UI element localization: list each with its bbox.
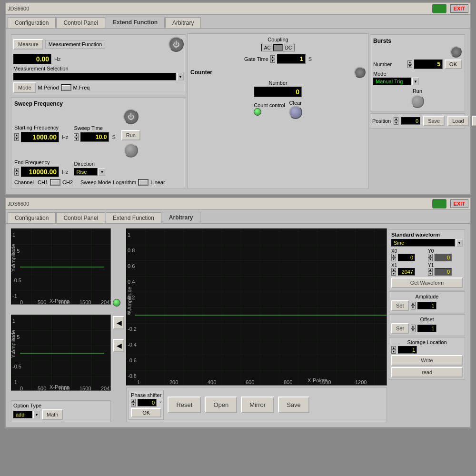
app-title-lower: JDS6600: [8, 201, 29, 207]
bursts-power-button[interactable]: [450, 46, 462, 58]
clear-button-counter[interactable]: [289, 106, 302, 119]
bursts-mode-arrow[interactable]: ▼: [412, 78, 419, 85]
position-clear-button[interactable]: Clear: [472, 116, 476, 126]
arbitrary-content: 1 0.5 0 -0.5 -1 0 500 1000 1500 2047 Y-A…: [6, 223, 470, 427]
mode-button[interactable]: Mode: [13, 82, 36, 93]
x1-down[interactable]: ▼: [391, 272, 396, 276]
storage-up[interactable]: ▲: [391, 346, 396, 350]
gate-time-up[interactable]: ▲: [270, 55, 275, 59]
offset-spin[interactable]: ▲ ▼: [411, 325, 416, 332]
position-load-button[interactable]: Load: [447, 116, 468, 126]
position-save-button[interactable]: Save: [423, 116, 445, 126]
end-freq-down[interactable]: ▼: [14, 172, 19, 176]
bursts-run-dial[interactable]: [411, 95, 424, 108]
sweep-run-button[interactable]: Run: [121, 130, 140, 140]
gate-time-down[interactable]: ▼: [270, 59, 275, 63]
svg-text:X-Points: X-Points: [50, 298, 69, 304]
ac-button[interactable]: AC: [262, 44, 273, 51]
write-button[interactable]: Write: [391, 355, 463, 366]
tab-extend-function-upper[interactable]: Extend Function: [106, 17, 165, 28]
amp-spin[interactable]: ▲ ▼: [411, 302, 416, 309]
amp-down[interactable]: ▼: [411, 306, 416, 309]
tab-arbitrary-upper[interactable]: Arbitrary: [165, 17, 201, 28]
sweep-time-spin[interactable]: ▲ ▼: [74, 133, 79, 141]
direction-display: Rise: [74, 168, 98, 176]
offset-down[interactable]: ▼: [411, 328, 416, 332]
mirror-button[interactable]: Mirror: [241, 397, 274, 413]
phase-up[interactable]: ▲: [131, 399, 136, 403]
tab-configuration-upper[interactable]: Configuration: [8, 17, 56, 28]
amplitude-set-button[interactable]: Set: [391, 300, 409, 311]
amp-up[interactable]: ▲: [411, 302, 416, 306]
measurement-selection-arrow[interactable]: ▼: [177, 73, 184, 80]
tab-extend-function-lower[interactable]: Extend Function: [106, 212, 161, 223]
exit-button-upper[interactable]: EXIT: [450, 4, 468, 13]
position-down[interactable]: ▼: [394, 121, 398, 125]
starting-freq-up[interactable]: ▲: [14, 133, 19, 137]
tab-control-panel-lower[interactable]: Control Panel: [56, 212, 105, 223]
ch1-toggle[interactable]: [50, 179, 60, 186]
reset-button[interactable]: Reset: [168, 397, 201, 413]
storage-down[interactable]: ▼: [391, 350, 396, 354]
y0-down[interactable]: ▼: [428, 258, 433, 261]
dc-button[interactable]: DC: [283, 44, 294, 51]
measure-power-button[interactable]: ⏻: [169, 37, 184, 52]
y1-down[interactable]: ▼: [428, 272, 433, 276]
math-button[interactable]: Math: [42, 409, 63, 420]
position-spin[interactable]: ▲ ▼: [394, 117, 398, 125]
count-control-indicator[interactable]: [254, 108, 261, 116]
read-button[interactable]: read: [391, 367, 463, 377]
x1-spin[interactable]: ▲ ▼: [391, 268, 396, 276]
waveform-arrow[interactable]: ▼: [456, 239, 463, 247]
offset-up[interactable]: ▲: [411, 325, 416, 328]
save-button-arb[interactable]: Save: [278, 397, 309, 413]
sweep-dial[interactable]: [124, 143, 138, 158]
x1-up[interactable]: ▲: [391, 268, 396, 272]
tab-control-panel-upper[interactable]: Control Panel: [56, 17, 105, 28]
phase-down[interactable]: ▼: [131, 403, 136, 407]
storage-label: Storage Location: [391, 339, 463, 345]
coupling-switch[interactable]: AC DC: [261, 44, 295, 51]
bursts-number-down[interactable]: ▼: [407, 64, 412, 68]
tab-arbitrary-lower[interactable]: Arbitrary: [162, 212, 200, 223]
sweep-time-up[interactable]: ▲: [74, 133, 79, 137]
y0-up[interactable]: ▲: [428, 254, 433, 258]
phase-display: 0: [138, 399, 157, 407]
gate-time-spin[interactable]: ▲ ▼: [270, 55, 275, 63]
position-up[interactable]: ▲: [394, 117, 398, 121]
phase-spin[interactable]: ▲ ▼: [131, 399, 136, 407]
bursts-number-up[interactable]: ▲: [407, 60, 412, 64]
bursts-ok-button[interactable]: OK: [445, 60, 462, 69]
sweep-time-down[interactable]: ▼: [74, 137, 79, 141]
end-freq-up[interactable]: ▲: [14, 168, 19, 172]
get-waveform-button[interactable]: Get Waveform: [391, 278, 463, 288]
end-freq-spin[interactable]: ▲ ▼: [14, 168, 19, 176]
y1-up[interactable]: ▲: [428, 268, 433, 272]
counter-power-button[interactable]: [354, 67, 366, 78]
x0-spin[interactable]: ▲ ▼: [391, 254, 396, 261]
mperiod-toggle[interactable]: [61, 84, 71, 91]
log-linear-toggle[interactable]: [138, 179, 149, 186]
tab-configuration-lower[interactable]: Configuration: [8, 212, 56, 223]
option-type-arrow[interactable]: ▼: [33, 411, 40, 418]
phase-ok-button[interactable]: OK: [131, 408, 161, 417]
starting-freq-spin[interactable]: ▲ ▼: [14, 133, 19, 141]
bursts-number-spin[interactable]: ▲ ▼: [407, 60, 412, 68]
offset-set-button[interactable]: Set: [391, 323, 409, 334]
open-button[interactable]: Open: [205, 397, 237, 413]
y0-spin[interactable]: ▲ ▼: [428, 254, 433, 261]
measure-button[interactable]: Measure: [13, 39, 43, 50]
storage-spin[interactable]: ▲ ▼: [391, 346, 396, 354]
y1-display: 0: [435, 268, 452, 276]
y1-spin[interactable]: ▲ ▼: [428, 268, 433, 276]
arrow-left-button[interactable]: ◀: [113, 316, 124, 329]
sweep-power-button[interactable]: ⏻: [123, 109, 139, 124]
x0-down[interactable]: ▼: [391, 258, 396, 261]
starting-freq-down[interactable]: ▼: [14, 137, 19, 141]
x0-up[interactable]: ▲: [391, 254, 396, 258]
arrow-right-button[interactable]: ◀: [113, 339, 124, 352]
exit-button-lower[interactable]: EXIT: [450, 199, 468, 208]
amp-display: 1: [417, 302, 436, 309]
direction-arrow[interactable]: ▼: [99, 168, 105, 176]
title-bar-lower: JDS6600 EXIT: [6, 198, 470, 210]
